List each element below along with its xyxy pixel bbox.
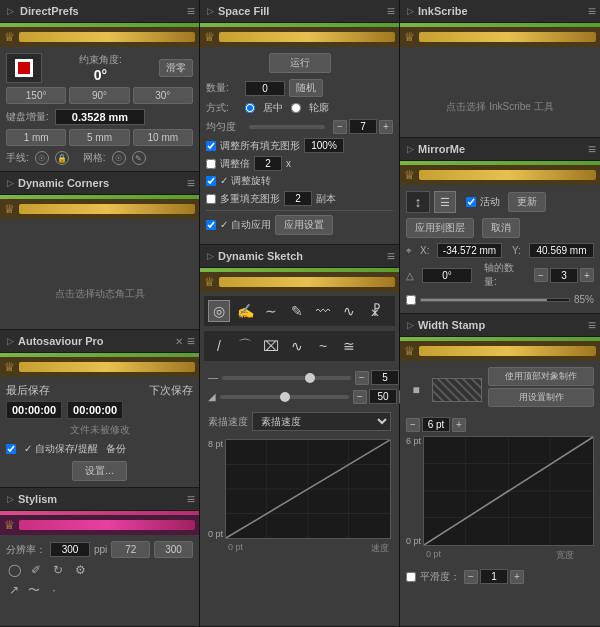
is-collapse-arrow[interactable]: ▷ <box>407 6 414 16</box>
slider2-value[interactable] <box>369 389 397 404</box>
adjust-all-percent[interactable] <box>304 138 344 153</box>
size-10mm-button[interactable]: 10 mm <box>133 129 193 146</box>
multi-shape-checkbox[interactable] <box>206 194 216 204</box>
axis-minus-btn[interactable]: − <box>534 268 548 282</box>
grid-eye-icon[interactable]: ☉ <box>112 151 126 165</box>
method-center-radio[interactable] <box>245 103 255 113</box>
multi-shape-value[interactable] <box>284 191 312 206</box>
mirror-y-input[interactable] <box>529 243 594 258</box>
uniform-value[interactable] <box>349 119 377 134</box>
adjust-rotate-checkbox[interactable] <box>206 176 216 186</box>
eye-icon[interactable]: ☉ <box>35 151 49 165</box>
mirror-layers-icon[interactable]: ☰ <box>434 191 456 213</box>
mirror-update-button[interactable]: 更新 <box>508 192 546 212</box>
as-close-icon[interactable]: ✕ <box>175 336 183 347</box>
size-5mm-button[interactable]: 5 mm <box>69 129 129 146</box>
sketch-tool-curve2[interactable]: ⌒ <box>234 335 256 357</box>
run-button[interactable]: 运行 <box>269 53 331 73</box>
uniform-minus-btn[interactable]: − <box>333 120 347 134</box>
apply-settings-button[interactable]: 应用设置 <box>275 215 333 235</box>
ws-menu-icon[interactable]: ≡ <box>588 317 595 333</box>
sketch-tool-zigzag[interactable]: ∿ <box>338 300 360 322</box>
settings-button[interactable]: 设置... <box>72 461 126 481</box>
mirror-cancel-button[interactable]: 取消 <box>482 218 520 238</box>
mirror-progress-checkbox[interactable] <box>406 295 416 305</box>
sf-menu-icon[interactable]: ≡ <box>387 3 394 19</box>
sketch-tool-pen[interactable]: ✍ <box>234 300 256 322</box>
as-collapse-arrow[interactable]: ▷ <box>7 336 14 346</box>
axis-plus-btn[interactable]: + <box>580 268 594 282</box>
sketch-tool-curve[interactable]: ∼ <box>260 300 282 322</box>
arrow-icon[interactable]: ↗ <box>6 582 22 598</box>
mirror-active-checkbox[interactable] <box>466 197 476 207</box>
slider1-value[interactable] <box>371 370 399 385</box>
st-menu-icon[interactable]: ≡ <box>187 491 194 507</box>
speed-select[interactable]: 素描速度 <box>252 412 391 431</box>
dc-collapse-arrow[interactable]: ▷ <box>7 178 14 188</box>
random-button[interactable]: 随机 <box>289 79 323 97</box>
st-collapse-arrow[interactable]: ▷ <box>7 494 14 504</box>
mm-collapse-arrow[interactable]: ▷ <box>407 144 414 154</box>
smooth-checkbox[interactable] <box>406 572 416 582</box>
key-crowd-input[interactable]: 0.3528 mm <box>55 109 145 125</box>
smooth-value[interactable] <box>480 569 508 584</box>
auto-apply-checkbox[interactable] <box>206 220 216 230</box>
mirror-angle-input[interactable] <box>422 268 472 283</box>
ws-collapse-arrow[interactable]: ▷ <box>407 320 414 330</box>
auto-save-checkbox[interactable] <box>6 444 16 454</box>
dots-icon[interactable]: · <box>46 582 62 598</box>
smooth-plus[interactable]: + <box>510 570 524 584</box>
angle-150-button[interactable]: 150° <box>6 87 66 104</box>
sketch-slider1[interactable] <box>222 376 351 380</box>
sketch-tool-random[interactable]: ~ <box>312 335 334 357</box>
ws-btn1[interactable]: 使用顶部对象制作 <box>488 367 594 386</box>
sketch-tool-swirl[interactable]: ∿ <box>286 335 308 357</box>
mirror-x-input[interactable] <box>437 243 502 258</box>
ws-btn2[interactable]: 用设置制作 <box>488 388 594 407</box>
sketch-tool-wave2[interactable]: ≅ <box>338 335 360 357</box>
sketch-tool-arc[interactable]: ⌧ <box>260 335 282 357</box>
adjust-all-checkbox[interactable] <box>206 141 216 151</box>
is-menu-icon[interactable]: ≡ <box>588 3 595 19</box>
72-button[interactable]: 72 <box>111 541 150 558</box>
ws-pt-plus[interactable]: + <box>452 418 466 432</box>
slider1-minus[interactable]: − <box>355 371 369 385</box>
sketch-tool-target[interactable]: ◎ <box>208 300 230 322</box>
smooth-minus[interactable]: − <box>464 570 478 584</box>
ds-collapse-arrow[interactable]: ▷ <box>207 251 214 261</box>
lock-icon[interactable]: 🔒 <box>55 151 69 165</box>
rotate-icon[interactable]: ↻ <box>50 562 66 578</box>
adjust-multi-value[interactable] <box>254 156 282 171</box>
panel-menu-icon[interactable]: ≡ <box>187 3 194 19</box>
size-1mm-button[interactable]: 1 mm <box>6 129 66 146</box>
sketch-tool-spiral[interactable]: ☧ <box>364 300 386 322</box>
collapse-arrow[interactable]: ▷ <box>7 6 14 16</box>
count-input[interactable] <box>245 81 285 96</box>
ws-pt-value[interactable] <box>422 417 450 432</box>
sketch-tool-wave[interactable]: 〰 <box>312 300 334 322</box>
sketch-tool-pencil[interactable]: ✎ <box>286 300 308 322</box>
angle-30-button[interactable]: 30° <box>133 87 193 104</box>
sketch-slider2[interactable] <box>220 395 349 399</box>
adjust-multi-checkbox[interactable] <box>206 159 216 169</box>
slider2-minus[interactable]: − <box>353 390 367 404</box>
axis-count-input[interactable] <box>550 268 578 283</box>
uniform-plus-btn[interactable]: + <box>379 120 393 134</box>
mirror-apply-button[interactable]: 应用到图层 <box>406 218 474 238</box>
mm-menu-icon[interactable]: ≡ <box>588 141 595 157</box>
ws-stamp-icon[interactable]: ■ <box>406 380 426 400</box>
as-menu-icon[interactable]: ≡ <box>187 333 194 349</box>
ws-pt-minus[interactable]: − <box>406 418 420 432</box>
grid-brush-icon[interactable]: ✎ <box>132 151 146 165</box>
gear-icon[interactable]: ⚙ <box>72 562 88 578</box>
300b-button[interactable]: 300 <box>154 541 193 558</box>
wave-icon[interactable]: 〜 <box>26 582 42 598</box>
angle-90-button[interactable]: 90° <box>69 87 129 104</box>
ds-menu-icon[interactable]: ≡ <box>387 248 394 264</box>
circle-icon[interactable]: ◯ <box>6 562 22 578</box>
dc-menu-icon[interactable]: ≡ <box>187 175 194 191</box>
brush-icon[interactable]: ✐ <box>28 562 44 578</box>
reset-button[interactable]: 滑零 <box>159 59 193 77</box>
resolution-input[interactable] <box>50 542 90 557</box>
method-wheel-radio[interactable] <box>291 103 301 113</box>
